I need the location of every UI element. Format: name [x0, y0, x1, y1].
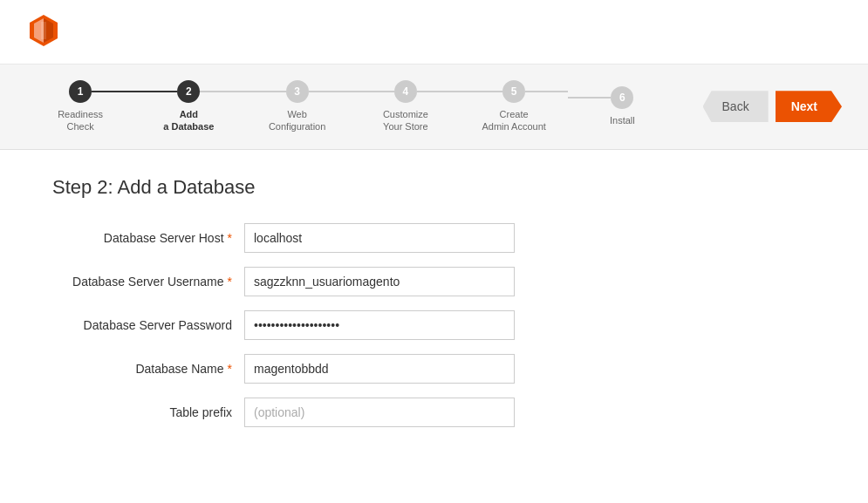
- db-password-input[interactable]: [244, 310, 515, 340]
- main-content: Step 2: Add a Database Database Server H…: [0, 150, 868, 467]
- step-label-3: WebConfiguration: [269, 108, 325, 133]
- step-line-after-1: [92, 91, 134, 92]
- wizard-step-4: 4 CustomizeYour Store: [352, 80, 460, 133]
- db-name-input[interactable]: [244, 354, 515, 384]
- table-prefix-row: Table prefix: [52, 398, 816, 427]
- db-host-row: Database Server Host *: [52, 223, 816, 253]
- step-label-4: CustomizeYour Store: [383, 108, 428, 133]
- step-circle-2: 2: [177, 80, 200, 103]
- step-label-6: Install: [610, 114, 635, 126]
- table-prefix-input[interactable]: [244, 398, 515, 427]
- wizard-steps: 1 Readiness Check 2 Adda Database 3 WebC…: [26, 80, 677, 133]
- db-name-label: Database Name *: [52, 362, 244, 376]
- step-line-before-5: [460, 91, 502, 92]
- db-host-label: Database Server Host *: [52, 231, 244, 245]
- step-line-after-2: [200, 91, 243, 92]
- wizard-bar: 1 Readiness Check 2 Adda Database 3 WebC…: [0, 65, 868, 150]
- step-circle-6: 6: [611, 86, 633, 109]
- step-line-after-4: [417, 91, 460, 92]
- next-button[interactable]: Next: [776, 91, 842, 122]
- step-label-1: Readiness Check: [58, 108, 103, 133]
- page-title: Step 2: Add a Database: [52, 176, 816, 199]
- database-form: Database Server Host * Database Server U…: [52, 223, 816, 427]
- wizard-nav: Back Next: [703, 91, 842, 122]
- step-line-after-3: [309, 91, 352, 92]
- db-username-input[interactable]: [244, 267, 515, 296]
- step-label-5: CreateAdmin Account: [482, 108, 545, 133]
- step-circle-4: 4: [394, 80, 417, 103]
- db-host-required-star: *: [228, 231, 232, 245]
- back-button[interactable]: Back: [703, 91, 769, 122]
- svg-rect-4: [41, 22, 46, 39]
- db-username-required-star: *: [228, 275, 232, 289]
- step-circle-5: 5: [502, 80, 525, 103]
- header: [0, 0, 868, 65]
- db-username-row: Database Server Username *: [52, 267, 816, 296]
- table-prefix-label: Table prefix: [52, 405, 244, 419]
- step-circle-3: 3: [286, 80, 309, 103]
- db-host-input[interactable]: [244, 223, 515, 253]
- step-line-before-3: [243, 91, 286, 92]
- db-name-row: Database Name *: [52, 354, 816, 384]
- db-password-row: Database Server Password: [52, 310, 816, 340]
- step-line-after-5: [525, 91, 568, 92]
- db-password-label: Database Server Password: [52, 318, 244, 332]
- magento-logo: [26, 13, 61, 48]
- wizard-step-1: 1 Readiness Check: [26, 80, 134, 133]
- step-label-2: Adda Database: [163, 108, 214, 133]
- wizard-step-2: 2 Adda Database: [134, 80, 243, 133]
- step-circle-1: 1: [69, 80, 92, 103]
- wizard-step-6: 6 Install: [568, 86, 676, 126]
- wizard-step-3: 3 WebConfiguration: [243, 80, 352, 133]
- step-line-before-2: [134, 91, 177, 92]
- wizard-step-5: 5 CreateAdmin Account: [460, 80, 568, 133]
- db-name-required-star: *: [228, 362, 232, 376]
- db-username-label: Database Server Username *: [52, 275, 244, 289]
- step-line-before-4: [352, 91, 394, 92]
- step-line-before-6: [568, 97, 611, 99]
